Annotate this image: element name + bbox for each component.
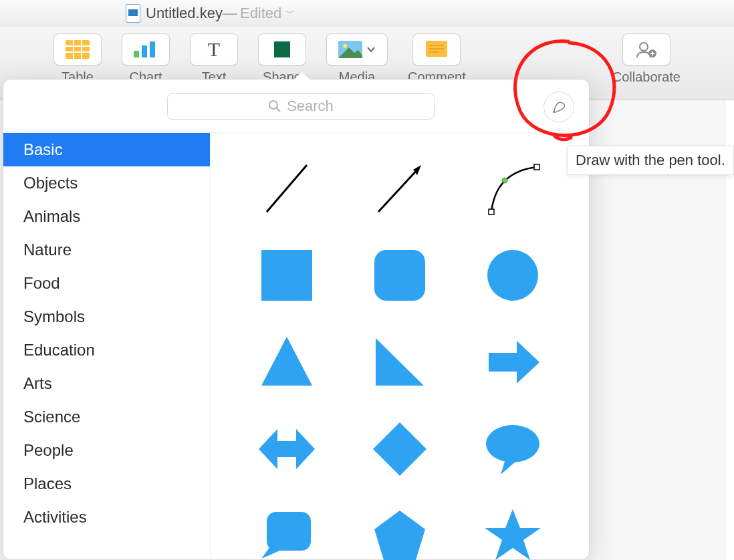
edited-label: Edited	[240, 5, 281, 22]
svg-rect-5	[134, 51, 139, 57]
chart-icon	[132, 40, 159, 59]
sidebar-item-education[interactable]: Education	[3, 333, 210, 367]
shape-callout[interactable]	[253, 503, 320, 560]
search-placeholder: Search	[287, 98, 334, 115]
shape-curve-path[interactable]	[479, 155, 546, 225]
search-input[interactable]: Search	[167, 93, 435, 120]
sidebar-item-places[interactable]: Places	[3, 467, 210, 501]
media-tool[interactable]: Media	[326, 33, 388, 85]
shape-diamond[interactable]	[366, 416, 433, 485]
table-tool[interactable]: Table	[53, 33, 102, 85]
collaborate-tool[interactable]: Collaborate	[612, 33, 681, 85]
svg-line-24	[267, 165, 307, 212]
svg-rect-7	[150, 41, 155, 57]
shapes-grid	[211, 133, 589, 559]
shape-speech-bubble[interactable]	[479, 416, 546, 485]
shape-square[interactable]	[253, 242, 320, 311]
text-tool[interactable]: T Text	[190, 33, 238, 85]
table-icon	[66, 40, 90, 59]
sidebar-item-objects[interactable]: Objects	[3, 166, 210, 200]
svg-line-22	[277, 108, 280, 112]
svg-rect-30	[261, 250, 312, 301]
shape-star[interactable]	[479, 503, 546, 560]
svg-rect-9	[274, 41, 290, 57]
shapes-popover: Search BasicObjectsAnimalsNatureFoodSymb…	[3, 79, 590, 560]
popover-arrow	[293, 72, 310, 80]
svg-point-23	[554, 111, 556, 113]
svg-rect-6	[142, 45, 147, 57]
svg-rect-31	[374, 250, 425, 301]
shape-circle[interactable]	[479, 242, 546, 311]
svg-point-17	[640, 43, 648, 51]
comment-icon	[426, 41, 447, 58]
document-filename: Untitled.key	[146, 5, 223, 22]
svg-marker-36	[259, 429, 315, 469]
svg-line-25	[378, 168, 418, 212]
svg-marker-37	[373, 422, 426, 476]
sidebar-item-animals[interactable]: Animals	[3, 200, 210, 233]
svg-rect-27	[489, 209, 494, 215]
svg-rect-28	[534, 164, 539, 170]
svg-marker-43	[485, 509, 541, 560]
svg-text:T: T	[208, 40, 220, 59]
svg-point-21	[269, 101, 277, 109]
comment-tool[interactable]: Comment	[408, 33, 466, 85]
shape-arrow-right[interactable]	[479, 329, 546, 398]
text-icon: T	[205, 40, 223, 59]
sidebar-item-people[interactable]: People	[3, 434, 210, 467]
shape-right-triangle[interactable]	[366, 329, 433, 398]
svg-marker-33	[261, 337, 312, 386]
svg-point-38	[486, 425, 539, 462]
document-icon	[126, 4, 140, 23]
search-icon	[268, 100, 281, 113]
svg-marker-35	[489, 341, 539, 384]
shape-category-sidebar: BasicObjectsAnimalsNatureFoodSymbolsEduc…	[3, 133, 211, 559]
svg-marker-34	[376, 338, 424, 386]
sidebar-item-food[interactable]: Food	[3, 267, 210, 300]
shape-arrow-line[interactable]	[366, 155, 433, 225]
media-icon	[338, 41, 362, 58]
shape-triangle[interactable]	[253, 329, 320, 398]
svg-point-11	[343, 44, 347, 48]
svg-rect-0	[66, 40, 90, 59]
shape-icon	[273, 40, 291, 59]
sidebar-item-activities[interactable]: Activities	[3, 501, 210, 534]
titlebar-separator: —	[223, 5, 237, 22]
popover-header: Search	[3, 80, 589, 133]
pen-tool-tooltip: Draw with the pen tool.	[567, 146, 734, 175]
shape-pentagon[interactable]	[366, 503, 433, 560]
sidebar-item-nature[interactable]: Nature	[3, 233, 210, 267]
sidebar-item-science[interactable]: Science	[3, 400, 210, 434]
sidebar-item-arts[interactable]: Arts	[3, 367, 210, 400]
collaborate-label: Collaborate	[612, 69, 681, 85]
shape-rounded-square[interactable]	[366, 242, 433, 311]
titlebar-menu-chevron-icon[interactable]: ﹀	[285, 7, 295, 19]
window-titlebar: Untitled.key — Edited ﹀	[0, 0, 734, 27]
chevron-down-icon	[366, 45, 376, 54]
sidebar-item-symbols[interactable]: Symbols	[3, 300, 210, 333]
pen-icon	[550, 98, 568, 116]
shape-arrow-both[interactable]	[253, 416, 320, 485]
pen-tool-button[interactable]	[543, 92, 574, 122]
sidebar-item-basic[interactable]: Basic	[3, 133, 210, 166]
shape-line[interactable]	[253, 155, 320, 225]
svg-marker-42	[374, 511, 425, 560]
chart-tool[interactable]: Chart	[122, 33, 170, 85]
svg-point-29	[502, 178, 507, 183]
svg-point-32	[487, 250, 538, 301]
collaborate-icon	[635, 40, 658, 59]
